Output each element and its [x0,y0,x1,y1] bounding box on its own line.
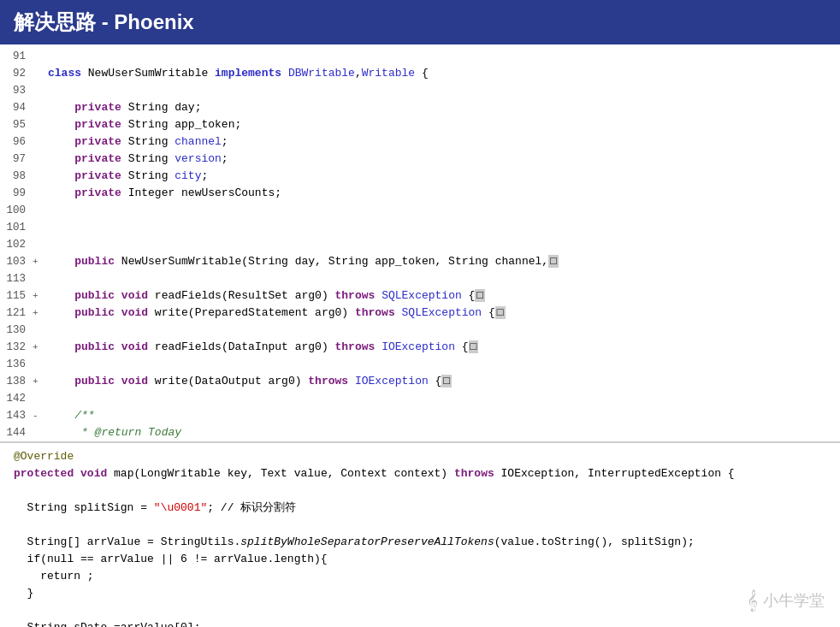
list-item: String[] arrValue = StringUtils.splitByW… [14,534,826,551]
table-row: 115+ public void readFields(ResultSet ar… [0,287,840,305]
line-number: 99 [0,185,33,202]
code-block-top: 91 92 class NewUserSumWritable implement… [0,44,840,443]
collapse-button[interactable]: + [33,305,44,322]
list-item: protected void map(LongWritable key, Tex… [14,465,826,482]
table-row: 144 * @return Today [0,424,840,441]
code-content: public void write(PreparedStatement arg0… [44,305,840,322]
code-content: public void write(DataOutput arg0) throw… [44,373,840,390]
collapse-button[interactable]: + [33,339,44,356]
list-item: @Override [14,448,826,465]
list-item: String splitSign = "\u0001"; // 标识分割符 [14,500,826,517]
table-row: 102 [0,236,840,253]
table-row: 94 private String day; [0,99,840,116]
code-content: public void readFields(DataInput arg0) t… [44,339,840,356]
collapse-button[interactable]: + [33,373,44,390]
list-item: if(null == arrValue || 6 != arrValue.len… [14,551,826,568]
code-content: class NewUserSumWritable implements DBWr… [44,65,840,82]
collapse-button[interactable]: - [33,407,44,424]
list-item: String sDate =arrValue[0]; [14,619,826,627]
table-row: 138+ public void write(DataOutput arg0) … [0,373,840,390]
line-number: 103 [0,253,33,270]
line-number: 100 [0,202,33,219]
code-block-bottom: @Overrideprotected void map(LongWritable… [0,443,840,627]
line-number: 96 [0,133,33,151]
table-row: 93 [0,82,840,99]
list-item [14,602,826,619]
table-row: 103+ public NewUserSumWritable(String da… [0,253,840,270]
line-number: 144 [0,424,33,441]
list-item [14,482,826,500]
header-title: 解决思路 - Phoenix [14,9,194,36]
table-row: 95 private String app_token; [0,116,840,133]
line-number: 121 [0,305,33,322]
table-row: 98 private String city; [0,168,840,185]
table-row: 97 private String version; [0,151,840,168]
line-number: 91 [0,48,33,65]
line-number: 97 [0,151,33,168]
line-number: 98 [0,168,33,185]
code-content: * @return Today [44,424,840,441]
line-number: 93 [0,82,33,99]
table-row: 92 class NewUserSumWritable implements D… [0,65,840,82]
table-row: 121+ public void write(PreparedStatement… [0,305,840,322]
list-item: } [14,585,826,602]
line-number: 102 [0,236,33,253]
table-row: 136 [0,356,840,373]
code-content: private Integer newUsersCounts; [44,185,840,202]
table-row: 143- /** [0,407,840,424]
code-content: private String version; [44,151,840,168]
line-number: 142 [0,390,33,407]
line-number: 115 [0,287,33,305]
collapse-button[interactable]: + [33,253,44,270]
code-content: public void readFields(ResultSet arg0) t… [44,287,840,305]
table-row: 99 private Integer newUsersCounts; [0,185,840,202]
collapse-button[interactable]: + [33,287,44,305]
table-row: 96 private String channel; [0,133,840,151]
table-row: 91 [0,48,840,65]
line-number: 92 [0,65,33,82]
table-row: 132+ public void readFields(DataInput ar… [0,339,840,356]
line-number: 136 [0,356,33,373]
code-content: private String channel; [44,133,840,151]
line-number: 94 [0,99,33,116]
line-number: 95 [0,116,33,133]
code-content: public NewUserSumWritable(String day, St… [44,253,840,270]
table-row: 101 [0,219,840,236]
line-number: 101 [0,219,33,236]
line-number: 113 [0,270,33,287]
page-header: 解决思路 - Phoenix [0,0,840,44]
line-number: 143 [0,407,33,424]
list-item [14,517,826,534]
table-row: 142 [0,390,840,407]
line-number: 132 [0,339,33,356]
code-content: /** [44,407,840,424]
code-content: private String app_token; [44,116,840,133]
line-number: 138 [0,373,33,390]
list-item: return ; [14,568,826,585]
table-row: 113 [0,270,840,287]
code-content: private String day; [44,99,840,116]
table-row: 100 [0,202,840,219]
line-number: 130 [0,322,33,339]
code-content: private String city; [44,168,840,185]
table-row: 130 [0,322,840,339]
